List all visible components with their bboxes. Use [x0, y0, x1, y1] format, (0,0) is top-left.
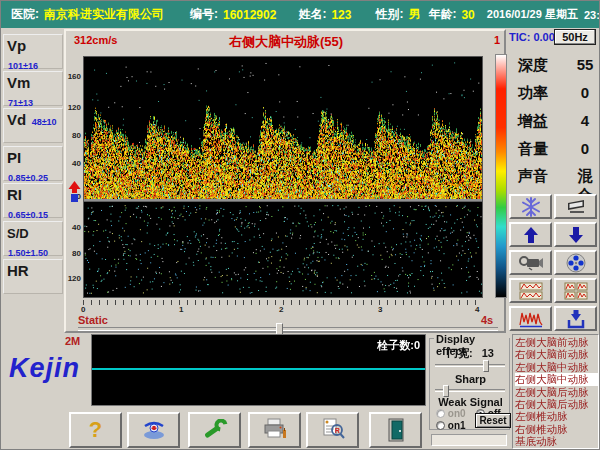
video-camera-icon [519, 255, 543, 271]
time-scrollbar[interactable] [78, 327, 498, 331]
param-row-gain: 增益 4 [513, 112, 599, 138]
hr-label: HR [7, 262, 29, 279]
patient-data-button[interactable] [127, 412, 180, 448]
sound-label: 声音 [518, 167, 548, 186]
artery-item-6[interactable]: 左侧椎动脉 [515, 410, 598, 422]
measure-cell-pi: PI 0.85±0.25 [3, 146, 63, 181]
down-arrow-icon [568, 226, 584, 244]
param-row-volume: 音量 0 [513, 140, 599, 166]
power-value: 0 [571, 84, 599, 101]
exit-button[interactable] [369, 412, 422, 448]
ytick-n40: 40 [66, 223, 81, 232]
vp-label: Vp [7, 37, 26, 54]
wrench-icon [202, 419, 228, 441]
hospital-label: 医院: [11, 6, 39, 23]
frequency-button[interactable]: 50Hz [554, 29, 596, 45]
snowflake-icon [521, 197, 541, 217]
param-row-power: 功率 0 [513, 84, 599, 110]
vd-value: 48±10 [32, 117, 57, 127]
envelope-trace-button[interactable] [509, 306, 552, 331]
save-button[interactable] [554, 306, 597, 331]
volume-label: 音量 [518, 140, 548, 159]
weak-signal-label: Weak Signal [430, 396, 511, 408]
reset-button[interactable]: Reset [475, 413, 511, 428]
save-disk-icon [566, 309, 586, 329]
baseline-marker[interactable] [68, 181, 81, 207]
help-button[interactable]: ? [69, 412, 122, 448]
mmode-display[interactable]: 栓子数:0 [91, 334, 426, 406]
sharp-label: Sharp [430, 373, 511, 385]
xtick-2: 2 [279, 305, 283, 314]
spectrum-canvas [84, 57, 482, 297]
patient-name-value: 123 [331, 8, 351, 22]
vm-label: Vm [7, 74, 30, 91]
xtick-4: 4 [475, 305, 479, 314]
spectrum-envelope-icon [519, 310, 543, 328]
artery-item-3-selected[interactable]: 右侧大脑中动脉 [515, 373, 598, 385]
artery-item-5[interactable]: 右侧大脑后动脉 [515, 398, 598, 410]
freeze-button[interactable] [509, 194, 552, 219]
artery-item-7[interactable]: 右侧椎动脉 [515, 423, 598, 435]
vd-label: Vd [7, 111, 26, 128]
measure-cell-vm: Vm 71±13 [3, 71, 63, 106]
pi-value: 0.85±0.25 [8, 173, 48, 183]
status-bar [431, 434, 507, 446]
quad-trace-button[interactable] [554, 278, 597, 303]
report-button[interactable]: R [306, 412, 359, 448]
patient-info-bar: 医院: 南京科进实业有限公司 编号: 16012902 姓名: 123 性别: … [1, 1, 600, 28]
artery-item-1[interactable]: 右侧大脑前动脉 [515, 348, 598, 360]
ytick-n80: 80 [66, 249, 81, 258]
velocity-scale-label: 312cm/s [74, 34, 117, 46]
artery-item-0[interactable]: 左侧大脑前动脉 [515, 336, 598, 348]
intensity-colorbar [495, 54, 507, 298]
doppler-spectrum-display[interactable] [83, 56, 483, 298]
pi-label: PI [7, 149, 21, 166]
playback-reel-button[interactable] [554, 250, 597, 275]
record-video-button[interactable] [509, 250, 552, 275]
param-row-depth: 深度 55 [513, 56, 599, 82]
static-mode-label: Static [78, 314, 108, 326]
xtick-0: 0 [81, 305, 85, 314]
xtick-1: 1 [179, 305, 183, 314]
radio-on0-circle [436, 409, 445, 418]
kejin-logo: Kejin [9, 353, 80, 384]
mmode-label: 2M [65, 335, 80, 347]
hospital-value: 南京科进实业有限公司 [44, 6, 164, 23]
artery-item-2[interactable]: 左侧大脑中动脉 [515, 361, 598, 373]
patient-name-label: 姓名: [298, 6, 326, 23]
screen-icon [565, 198, 587, 216]
mmode-canvas [92, 335, 425, 405]
artery-item-4[interactable]: 左侧大脑后动脉 [515, 386, 598, 398]
scale-up-button[interactable] [509, 222, 552, 247]
measure-cell-vd: Vd 48±10 [3, 108, 63, 143]
ri-label: RI [7, 186, 22, 203]
screen-view-button[interactable] [554, 194, 597, 219]
measure-cell-sd: S/D 1.50±1.50 [3, 221, 63, 256]
tcd-application-window: 医院: 南京科进实业有限公司 编号: 16012902 姓名: 123 性别: … [0, 0, 600, 450]
gate-width-slider[interactable] [435, 364, 505, 367]
display-effect-group: Display effect 门宽: 13 Sharp Weak Signal … [429, 338, 510, 430]
artery-item-8[interactable]: 基底动脉 [515, 435, 598, 447]
age-label: 年龄: [428, 6, 456, 23]
dual-trace-button[interactable] [509, 278, 552, 303]
settings-button[interactable] [188, 412, 241, 448]
gate-width-row: 门宽: 13 [430, 346, 511, 361]
print-button[interactable] [248, 412, 301, 448]
question-mark-icon: ? [89, 419, 102, 441]
sharp-slider[interactable] [435, 389, 505, 392]
radio-on0[interactable]: on0 [436, 408, 466, 419]
embolus-count: 栓子数:0 [377, 338, 420, 353]
ytick-n120: 120 [66, 274, 81, 283]
date-display: 2016/01/29 星期五 [487, 7, 578, 22]
scale-down-button[interactable] [554, 222, 597, 247]
report-review-icon: R [320, 418, 346, 442]
depth-label: 深度 [518, 56, 548, 75]
baseline-arrow-icon [68, 181, 81, 203]
up-arrow-icon [523, 226, 539, 244]
gate-width-value: 13 [482, 347, 494, 359]
radio-on1[interactable]: on1 [436, 420, 466, 431]
gate-width-slider-thumb[interactable] [483, 360, 489, 372]
dual-trace-icon [519, 282, 543, 300]
duration-label: 4s [481, 314, 493, 326]
colorbar-top-label: 1 [490, 34, 504, 46]
